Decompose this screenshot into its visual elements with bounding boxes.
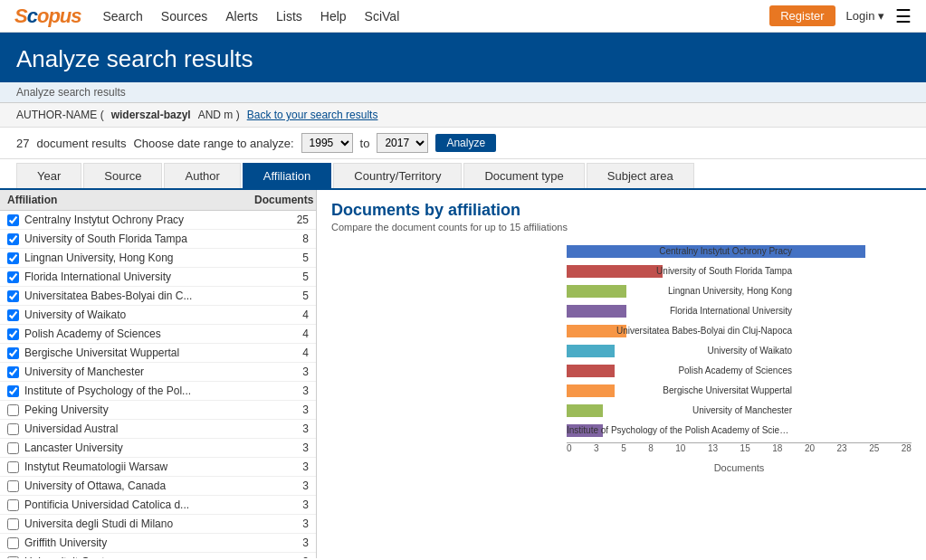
chart-subtitle: Compare the document counts for up to 15… (331, 222, 912, 233)
sub-header: Analyze search results (0, 82, 926, 103)
affiliation-checkbox[interactable] (7, 233, 19, 245)
nav-sources[interactable]: Sources (161, 9, 207, 24)
affiliation-label: Bergische Universitat Wuppertal (24, 346, 272, 359)
bar-label: University of Waikato (567, 343, 797, 359)
list-item: University of Waikato4 (0, 306, 316, 325)
list-item: Universiteit Gent3 (0, 553, 316, 558)
query-prefix: AUTHOR-NAME ( (16, 109, 104, 121)
affiliation-label: Universitatea Babes-Bolyai din C... (24, 289, 272, 302)
analyze-button[interactable]: Analyze (435, 134, 496, 152)
affiliation-label: Peking University (24, 403, 272, 416)
affiliation-label: Lancaster University (24, 441, 272, 454)
sub-header-label: Analyze search results (16, 86, 126, 99)
from-year-select[interactable]: 1995 (301, 133, 353, 153)
tab-country[interactable]: Country/Territory (333, 163, 462, 188)
affiliation-label: Centralny Instytut Ochrony Pracy (24, 214, 272, 226)
nav-alerts[interactable]: Alerts (225, 9, 258, 24)
left-panel-header: Affiliation Documents ▼ (0, 190, 316, 211)
tab-strip: Year Source Author Affiliation Country/T… (0, 159, 926, 190)
affiliation-count: 3 (272, 460, 309, 473)
bar-row: University of Waikato (567, 343, 912, 359)
affiliation-count: 3 (272, 422, 309, 435)
list-item: Institute of Psychology of the Pol...3 (0, 382, 316, 401)
bar-row: Polish Academy of Sciences (567, 363, 912, 379)
nav-help[interactable]: Help (320, 9, 347, 24)
affiliation-label: Florida International University (24, 271, 272, 283)
affiliation-label: Universidad Austral (24, 422, 272, 435)
to-year-select[interactable]: 2017 (377, 133, 428, 153)
affiliation-count: 3 (272, 403, 309, 416)
affiliation-checkbox[interactable] (7, 385, 19, 397)
controls-bar: 27 document results Choose date range to… (0, 128, 926, 159)
login-button[interactable]: Login ▾ (846, 9, 884, 23)
tab-source[interactable]: Source (83, 163, 162, 188)
bar-label: Universitatea Babes-Bolyai din Cluj-Napo… (567, 323, 797, 339)
affiliation-list: Centralny Instytut Ochrony Pracy25Univer… (0, 211, 316, 558)
affiliation-checkbox[interactable] (7, 480, 19, 492)
affiliation-checkbox[interactable] (7, 499, 19, 511)
bar-row: Florida International University (567, 303, 912, 319)
list-item: Bergische Universitat Wuppertal4 (0, 344, 316, 363)
bar-row: Bergische Universitat Wuppertal (567, 383, 912, 399)
list-item: University of Manchester3 (0, 363, 316, 382)
list-item: Polish Academy of Sciences4 (0, 325, 316, 344)
affiliation-count: 3 (272, 441, 309, 454)
affiliation-checkbox[interactable] (7, 461, 19, 473)
affiliation-count: 5 (272, 252, 309, 264)
back-to-results-link[interactable]: Back to your search results (247, 109, 378, 121)
affiliation-checkbox[interactable] (7, 290, 19, 302)
x-axis-label: Documents (567, 462, 912, 473)
affiliation-checkbox[interactable] (7, 404, 19, 416)
affiliation-checkbox[interactable] (7, 271, 19, 283)
affiliation-checkbox[interactable] (7, 442, 19, 454)
query-bar: AUTHOR-NAME ( widerszal-bazyl AND m ) Ba… (0, 103, 926, 128)
tab-doctype[interactable]: Document type (463, 163, 584, 188)
affiliation-count: 5 (272, 271, 309, 283)
tab-author[interactable]: Author (164, 163, 240, 188)
affiliation-checkbox[interactable] (7, 328, 19, 340)
bar-row: Universitatea Babes-Bolyai din Cluj-Napo… (567, 323, 912, 339)
affiliation-checkbox[interactable] (7, 309, 19, 321)
affiliation-label: University of South Florida Tampa (24, 233, 272, 245)
list-item: Instytut Reumatologii Warsaw3 (0, 458, 316, 477)
affiliation-checkbox[interactable] (7, 556, 19, 559)
nav-scival[interactable]: SciVal (365, 9, 400, 24)
affiliation-checkbox[interactable] (7, 366, 19, 378)
nav-lists[interactable]: Lists (276, 9, 302, 24)
affiliation-checkbox[interactable] (7, 252, 19, 264)
affiliation-checkbox[interactable] (7, 214, 19, 226)
tab-year[interactable]: Year (16, 163, 81, 188)
menu-button[interactable]: ☰ (895, 5, 912, 27)
affiliation-label: Universita degli Studi di Milano (24, 517, 272, 530)
nav-search[interactable]: Search (103, 9, 143, 24)
list-item: Universita degli Studi di Milano3 (0, 515, 316, 534)
affiliation-count: 5 (272, 289, 309, 302)
affiliation-label: Griffith University (24, 536, 272, 549)
list-item: Universitatea Babes-Bolyai din C...5 (0, 287, 316, 306)
affiliation-count: 3 (272, 555, 309, 558)
affiliation-count: 8 (272, 233, 309, 245)
chart-title: Documents by affiliation (331, 201, 912, 220)
tab-affiliation[interactable]: Affiliation (243, 163, 332, 188)
affiliation-checkbox[interactable] (7, 423, 19, 435)
affiliation-label: University of Manchester (24, 365, 272, 378)
tab-subject[interactable]: Subject area (587, 163, 694, 188)
affiliation-checkbox[interactable] (7, 537, 19, 549)
affiliation-label: Institute of Psychology of the Pol... (24, 384, 272, 397)
affiliation-label: Universiteit Gent (24, 555, 272, 558)
affiliation-label: Polish Academy of Sciences (24, 327, 272, 340)
register-button[interactable]: Register (769, 5, 835, 26)
affiliation-checkbox[interactable] (7, 518, 19, 530)
affiliation-checkbox[interactable] (7, 347, 19, 359)
bar-label: Florida International University (567, 303, 797, 319)
list-item: Peking University3 (0, 401, 316, 420)
bar-label: University of Manchester (567, 403, 797, 419)
affiliation-count: 3 (272, 384, 309, 397)
bar-label: Polish Academy of Sciences (567, 363, 797, 379)
page-title: Analyze search results (16, 45, 910, 73)
page-header: Analyze search results (0, 33, 926, 82)
affiliation-count: 3 (272, 498, 309, 511)
doc-count: 27 (16, 137, 29, 150)
list-item: University of Ottawa, Canada3 (0, 477, 316, 496)
affiliation-count: 3 (272, 479, 309, 492)
